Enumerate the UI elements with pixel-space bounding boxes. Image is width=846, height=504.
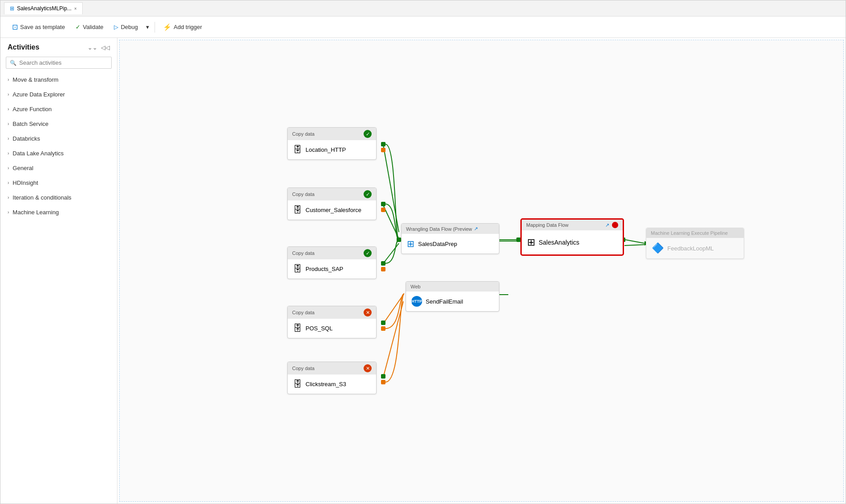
chevron-icon: › — [8, 151, 9, 156]
mapping-icon: ⊞ — [527, 237, 535, 248]
toolbar: ⊡ Save as template ✓ Validate ▷ Debug ▾ … — [0, 17, 846, 38]
node-name-label: POS_SQL — [306, 325, 333, 332]
chevron-icon: › — [8, 136, 9, 141]
pipeline-canvas: Copy data ✓ 🗄 Location_HTTP Copy data ✓ — [120, 40, 843, 501]
wrangling-header: Wrangling Data Flow (Preview ↗ — [402, 224, 499, 234]
node-name-label: Products_SAP — [306, 266, 343, 272]
add-trigger-label: Add trigger — [174, 24, 202, 30]
node-status-ok-icon: ✓ — [364, 130, 372, 138]
web-body: HTTP SendFailEmail — [406, 292, 499, 311]
sidebar-title: Activities — [8, 43, 39, 51]
node-name-label: SendFailEmail — [426, 298, 463, 305]
external-link-icon[interactable]: ↗ — [474, 226, 478, 232]
svg-line-0 — [383, 145, 399, 232]
app-container: ⊞ SalesAnalyticsMLPip... × ⊡ Save as tem… — [0, 0, 846, 504]
copy-node-header: Copy data ✓ — [288, 247, 376, 259]
copy-node-pos-sql[interactable]: Copy data ✕ 🗄 POS_SQL — [287, 306, 377, 338]
ml-node[interactable]: Machine Learning Execute Pipeline 🔷 Feed… — [646, 228, 744, 259]
copy-node-header-label: Copy data — [292, 366, 314, 371]
sidebar-item-data-lake-analytics[interactable]: › Data Lake Analytics — [0, 146, 117, 161]
validate-label: Validate — [83, 24, 103, 30]
copy-node-header-label: Copy data — [292, 192, 314, 197]
svg-rect-13 — [381, 267, 385, 271]
mapping-header-label: Mapping Data Flow — [526, 222, 569, 228]
svg-line-3 — [383, 295, 403, 324]
sidebar-item-label: Iteration & conditionals — [13, 194, 71, 201]
database-icon: 🗄 — [293, 145, 302, 155]
copy-node-products-sap[interactable]: Copy data ✓ 🗄 Products_SAP — [287, 246, 377, 279]
minimize-icon[interactable]: ◁◁ — [101, 44, 110, 51]
validate-button[interactable]: ✓ Validate — [71, 21, 108, 33]
sidebar-item-azure-data-explorer[interactable]: › Azure Data Explorer — [0, 87, 117, 102]
save-template-label: Save as template — [20, 24, 65, 30]
sidebar-item-databricks[interactable]: › Databricks — [0, 131, 117, 146]
sidebar-item-hdinsight[interactable]: › HDInsight — [0, 175, 117, 190]
ml-body: 🔷 FeedbackLoopML — [646, 238, 744, 258]
copy-node-location-http[interactable]: Copy data ✓ 🗄 Location_HTTP — [287, 127, 377, 160]
search-box[interactable]: 🔍 — [6, 57, 112, 69]
sidebar-item-iteration-conditionals[interactable]: › Iteration & conditionals — [0, 190, 117, 205]
svg-rect-11 — [381, 208, 385, 212]
node-name-label: Location_HTTP — [306, 146, 346, 153]
copy-node-header: Copy data ✕ — [288, 306, 376, 319]
search-input[interactable] — [19, 59, 108, 66]
close-tab-icon[interactable]: × — [74, 6, 77, 11]
sidebar-item-move-transform[interactable]: › Move & transform — [0, 72, 117, 87]
node-status-ok-icon: ✓ — [364, 190, 372, 198]
ml-header: Machine Learning Execute Pipeline — [646, 228, 744, 238]
sidebar-item-label: Azure Data Explorer — [13, 91, 65, 98]
copy-node-header: Copy data ✓ — [288, 128, 376, 140]
sidebar-controls[interactable]: ⌄⌄ ◁◁ — [88, 44, 110, 51]
copy-node-customer-salesforce[interactable]: Copy data ✓ 🗄 Customer_Salesforce — [287, 187, 377, 220]
sidebar-item-azure-function[interactable]: › Azure Function — [0, 102, 117, 117]
mapping-header: Mapping Data Flow ↗ — [522, 220, 623, 230]
database-icon: 🗄 — [293, 264, 302, 274]
copy-node-header-label: Copy data — [292, 310, 314, 315]
external-link-icon[interactable]: ↗ — [605, 222, 609, 228]
sidebar-item-general[interactable]: › General — [0, 161, 117, 175]
sidebar-item-label: HDInsight — [13, 179, 38, 186]
node-name-label: FeedbackLoopML — [667, 245, 714, 252]
wrangling-node[interactable]: Wrangling Data Flow (Preview ↗ ⊞ SalesDa… — [401, 223, 499, 254]
svg-rect-10 — [381, 202, 385, 206]
copy-node-header: Copy data ✕ — [288, 362, 376, 375]
svg-rect-15 — [381, 326, 385, 331]
collapse-icon[interactable]: ⌄⌄ — [88, 44, 97, 51]
copy-node-body: 🗄 POS_SQL — [288, 319, 376, 338]
mapping-node[interactable]: Mapping Data Flow ↗ ⊞ SalesAnalytics — [521, 219, 624, 255]
main-layout: Activities ⌄⌄ ◁◁ 🔍 › Move & transform › … — [0, 38, 846, 504]
chevron-icon: › — [8, 107, 9, 112]
wrangling-body: ⊞ SalesDataPrep — [402, 234, 499, 254]
debug-button[interactable]: ▷ Debug — [109, 21, 142, 33]
connections-svg — [120, 40, 843, 501]
debug-dropdown-button[interactable]: ▾ — [144, 21, 151, 33]
node-name-label: Clickstream_S3 — [306, 381, 346, 387]
save-template-button[interactable]: ⊡ Save as template — [8, 21, 69, 33]
svg-rect-8 — [381, 142, 385, 146]
node-name-label: Customer_Salesforce — [306, 207, 361, 213]
chevron-icon: › — [8, 195, 9, 200]
ml-icon: 🔷 — [652, 242, 664, 254]
sidebar-item-label: General — [13, 165, 33, 171]
add-trigger-button[interactable]: ⚡ Add trigger — [159, 21, 207, 33]
web-node[interactable]: Web HTTP SendFailEmail — [406, 281, 499, 312]
svg-rect-16 — [381, 374, 385, 379]
wrangling-header-label: Wrangling Data Flow (Preview — [406, 226, 472, 232]
tab-icon: ⊞ — [10, 5, 14, 12]
sidebar-item-batch-service[interactable]: › Batch Service — [0, 117, 117, 131]
error-indicator — [612, 222, 618, 228]
copy-node-clickstream-s3[interactable]: Copy data ✕ 🗄 Clickstream_S3 — [287, 362, 377, 394]
node-status-ok-icon: ✓ — [364, 249, 372, 257]
mapping-body: ⊞ SalesAnalytics — [522, 230, 623, 254]
svg-rect-17 — [381, 380, 385, 384]
copy-node-header-label: Copy data — [292, 131, 314, 137]
sidebar-item-machine-learning[interactable]: › Machine Learning — [0, 205, 117, 220]
database-icon: 🗄 — [293, 379, 302, 389]
pipeline-canvas-area[interactable]: Copy data ✓ 🗄 Location_HTTP Copy data ✓ — [119, 40, 844, 502]
svg-rect-18 — [397, 237, 401, 242]
copy-node-header-label: Copy data — [292, 250, 314, 256]
pipeline-tab[interactable]: ⊞ SalesAnalyticsMLPip... × — [4, 2, 83, 14]
sidebar-header: Activities ⌄⌄ ◁◁ — [0, 38, 117, 57]
debug-label: Debug — [121, 24, 138, 30]
svg-rect-12 — [381, 261, 385, 266]
